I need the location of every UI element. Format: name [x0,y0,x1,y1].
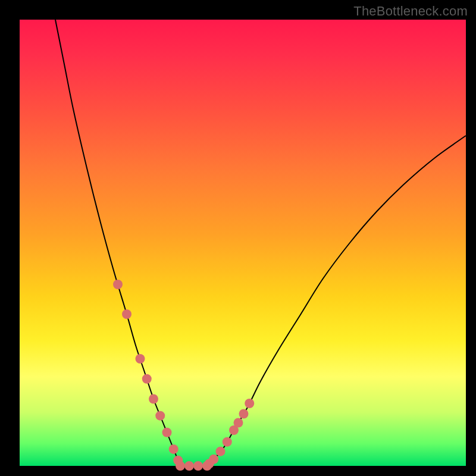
data-marker [169,444,178,454]
data-marker [142,374,152,384]
data-marker [162,428,172,437]
data-marker [184,461,194,471]
data-marker [136,354,145,364]
data-marker [223,437,232,447]
curve-markers [113,280,254,471]
data-marker [234,418,243,428]
curve-svg [20,20,466,466]
watermark-text: TheBottleneck.com [353,4,468,19]
plot-area [20,20,466,466]
data-marker [216,447,226,456]
data-marker [149,394,158,404]
curve-left-branch [55,20,180,466]
data-marker [209,455,218,464]
data-marker [176,461,185,471]
chart-frame: TheBottleneck.com [0,0,476,476]
data-marker [239,409,249,419]
data-marker [122,309,131,319]
data-marker [113,280,123,289]
data-marker [193,461,203,471]
data-marker [245,399,254,408]
data-marker [155,411,165,421]
